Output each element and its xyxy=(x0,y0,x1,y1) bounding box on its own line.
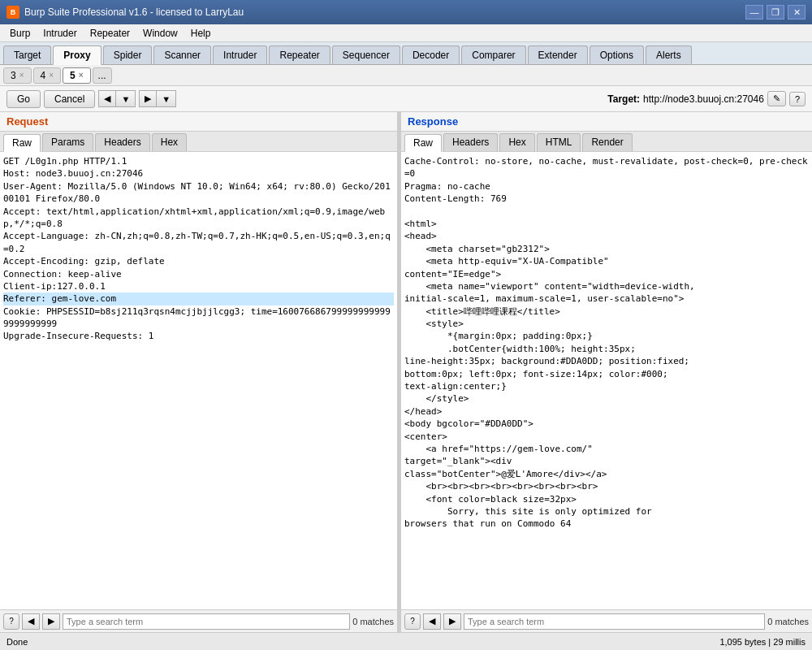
request-search-input[interactable] xyxy=(63,613,350,630)
tab-comparer[interactable]: Comparer xyxy=(461,46,525,64)
help-button[interactable]: ? xyxy=(789,92,806,106)
window-controls: — ❐ ✕ xyxy=(745,5,806,20)
response-tab-html[interactable]: HTML xyxy=(537,133,581,151)
app-icon: B xyxy=(6,6,19,19)
target-label: Target: xyxy=(607,93,640,105)
more-tabs-button[interactable]: ... xyxy=(93,67,112,84)
response-search-next[interactable]: ▶ xyxy=(443,613,461,630)
request-panel: Request Raw Params Headers Hex GET /L0g1… xyxy=(0,112,398,632)
restore-button[interactable]: ❐ xyxy=(767,5,784,20)
request-header: Request xyxy=(0,112,397,132)
go-button[interactable]: Go xyxy=(6,90,41,108)
response-panel: Response Raw Headers Hex HTML Render Cac… xyxy=(401,112,812,632)
tab-proxy[interactable]: Proxy xyxy=(53,46,101,65)
status-bar: Done 1,095 bytes | 29 millis xyxy=(0,632,812,650)
edit-target-button[interactable]: ✎ xyxy=(767,91,786,106)
minimize-button[interactable]: — xyxy=(745,5,763,20)
close-tab-5-icon[interactable]: × xyxy=(79,71,84,80)
request-tab-raw[interactable]: Raw xyxy=(3,134,41,152)
tab-spider[interactable]: Spider xyxy=(103,46,153,64)
nav-back-button[interactable]: ◀ xyxy=(98,90,115,107)
tab-extender[interactable]: Extender xyxy=(528,46,588,64)
menu-intruder[interactable]: Intruder xyxy=(37,26,83,41)
nav-back-group: ◀ ▼ xyxy=(98,90,136,107)
target-info: Target: http://node3.buuoj.cn:27046 ✎ ? xyxy=(607,91,806,106)
menu-window[interactable]: Window xyxy=(136,26,184,41)
request-search-matches: 0 matches xyxy=(352,617,394,626)
menu-bar: Burp Intruder Repeater Window Help xyxy=(0,24,812,42)
sub-tab-3[interactable]: 3 × xyxy=(3,67,32,84)
response-tab-raw[interactable]: Raw xyxy=(404,134,442,152)
sub-tabs: 3 × 4 × 5 × ... xyxy=(0,65,812,86)
request-text: GET /L0g1n.php HTTP/1.1 Host: node3.buuo… xyxy=(3,155,394,343)
request-tab-params[interactable]: Params xyxy=(42,133,93,151)
request-search-help[interactable]: ? xyxy=(3,613,19,630)
cancel-button[interactable]: Cancel xyxy=(44,90,95,108)
request-tabs: Raw Params Headers Hex xyxy=(0,132,397,152)
toolbar: Go Cancel ◀ ▼ ▶ ▼ Target: http://node3.b… xyxy=(0,86,812,112)
response-search-prev[interactable]: ◀ xyxy=(423,613,441,630)
request-search-next[interactable]: ▶ xyxy=(42,613,60,630)
app-title: Burp Suite Professional v1.6 - licensed … xyxy=(24,6,244,18)
close-tab-3-icon[interactable]: × xyxy=(19,71,24,80)
response-tab-headers[interactable]: Headers xyxy=(443,133,498,151)
status-left: Done xyxy=(6,637,28,647)
request-tab-hex[interactable]: Hex xyxy=(152,133,187,151)
tab-repeater[interactable]: Repeater xyxy=(269,46,330,64)
title-bar: B Burp Suite Professional v1.6 - license… xyxy=(0,0,812,24)
response-content[interactable]: Cache-Control: no-store, no-cache, must-… xyxy=(401,152,812,609)
response-text: Cache-Control: no-store, no-cache, must-… xyxy=(404,155,809,531)
response-tab-hex[interactable]: Hex xyxy=(499,133,534,151)
title-bar-left: B Burp Suite Professional v1.6 - license… xyxy=(6,6,244,19)
response-search-matches: 0 matches xyxy=(767,617,809,626)
close-button[interactable]: ✕ xyxy=(788,5,806,20)
tab-sequencer[interactable]: Sequencer xyxy=(332,46,400,64)
nav-forward-dropdown[interactable]: ▼ xyxy=(156,90,176,107)
tab-intruder[interactable]: Intruder xyxy=(213,46,267,64)
main-tabs: Target Proxy Spider Scanner Intruder Rep… xyxy=(0,42,812,65)
response-tab-render[interactable]: Render xyxy=(582,133,632,151)
tab-target[interactable]: Target xyxy=(3,46,51,64)
nav-back-dropdown[interactable]: ▼ xyxy=(115,90,136,107)
tab-scanner[interactable]: Scanner xyxy=(153,46,211,64)
request-search-bar: ? ◀ ▶ 0 matches xyxy=(0,609,397,632)
request-search-prev[interactable]: ◀ xyxy=(22,613,40,630)
response-header: Response xyxy=(401,112,812,132)
menu-help[interactable]: Help xyxy=(184,26,218,41)
tab-options[interactable]: Options xyxy=(590,46,644,64)
menu-repeater[interactable]: Repeater xyxy=(84,26,136,41)
sub-tab-5[interactable]: 5 × xyxy=(63,67,91,84)
request-tab-headers[interactable]: Headers xyxy=(95,133,149,151)
menu-burp[interactable]: Burp xyxy=(3,26,37,41)
nav-forward-button[interactable]: ▶ xyxy=(139,90,156,107)
target-url: http://node3.buuoj.cn:27046 xyxy=(643,93,764,105)
response-search-input[interactable] xyxy=(464,613,765,630)
main-content: Request Raw Params Headers Hex GET /L0g1… xyxy=(0,112,812,632)
nav-forward-group: ▶ ▼ xyxy=(139,90,176,107)
tab-alerts[interactable]: Alerts xyxy=(646,46,692,64)
tab-decoder[interactable]: Decoder xyxy=(402,46,460,64)
request-content[interactable]: GET /L0g1n.php HTTP/1.1 Host: node3.buuo… xyxy=(0,152,397,609)
response-search-bar: ? ◀ ▶ 0 matches xyxy=(401,609,812,632)
status-right: 1,095 bytes | 29 millis xyxy=(719,637,806,647)
close-tab-4-icon[interactable]: × xyxy=(49,71,54,80)
response-tabs: Raw Headers Hex HTML Render xyxy=(401,132,812,152)
response-search-help[interactable]: ? xyxy=(404,613,421,630)
sub-tab-4[interactable]: 4 × xyxy=(33,67,62,84)
